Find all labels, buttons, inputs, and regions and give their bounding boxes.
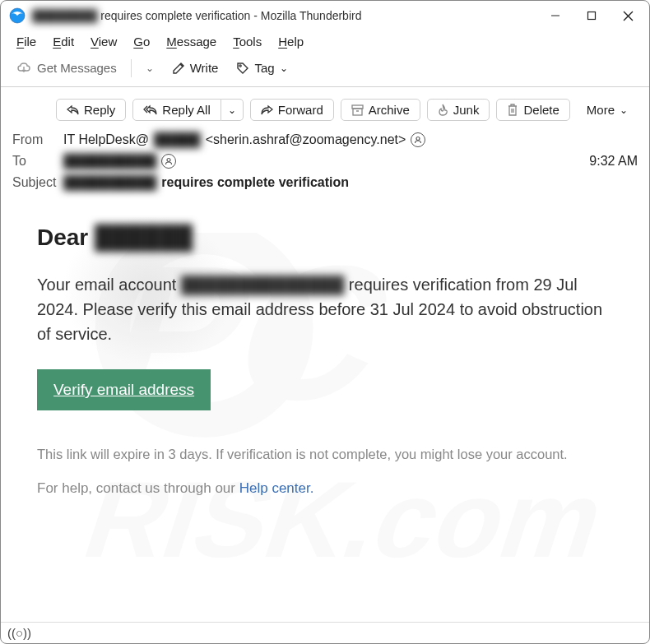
menu-file[interactable]: File <box>11 32 42 51</box>
to-value: ██████████ <box>63 154 589 169</box>
reply-button[interactable]: Reply <box>56 99 126 121</box>
maximize-button[interactable] <box>573 3 610 28</box>
menu-help[interactable]: Help <box>272 32 309 51</box>
main-toolbar: Get Messages ⌄ Write Tag ⌄ <box>1 54 649 87</box>
chevron-down-icon: ⌄ <box>228 104 236 116</box>
body-paragraph: Your email account ██████████████ requir… <box>37 272 616 346</box>
archive-icon <box>351 104 364 116</box>
get-messages-button[interactable]: Get Messages <box>11 58 123 78</box>
junk-button[interactable]: Junk <box>427 99 490 121</box>
separator <box>131 59 132 77</box>
forward-icon <box>261 104 273 115</box>
cloud-download-icon <box>17 62 32 75</box>
expire-notice: This link will expire in 3 days. If veri… <box>37 447 616 462</box>
contact-icon[interactable] <box>161 154 176 169</box>
svg-point-11 <box>167 159 170 162</box>
menu-view[interactable]: View <box>85 32 123 51</box>
action-bar: Reply Reply All ⌄ Forward Archive Junk D… <box>12 95 638 129</box>
menu-message[interactable]: Message <box>160 32 222 51</box>
activity-icon[interactable]: ((○)) <box>7 626 31 640</box>
svg-rect-8 <box>353 109 362 115</box>
more-button[interactable]: More ⌄ <box>577 100 638 120</box>
reply-all-icon <box>143 104 157 115</box>
contact-icon[interactable] <box>411 132 425 147</box>
minimize-button[interactable] <box>537 3 573 28</box>
subject-label: Subject <box>12 175 63 190</box>
svg-text:RISK.com: RISK.com <box>70 460 620 581</box>
reply-all-dropdown[interactable]: ⌄ <box>221 99 244 121</box>
chevron-down-icon: ⌄ <box>280 63 288 74</box>
trash-icon <box>507 104 518 116</box>
message-body: PC RISK.com Dear ██████ Your email accou… <box>1 200 649 603</box>
help-center-link[interactable]: Help center. <box>239 480 314 496</box>
to-row: To ██████████ 9:32 AM <box>12 151 638 172</box>
pencil-icon <box>172 62 185 75</box>
help-line: For help, contact us through our Help ce… <box>37 480 616 497</box>
chevron-down-icon: ⌄ <box>146 63 154 74</box>
verify-email-button[interactable]: Verify email address <box>37 369 211 410</box>
from-row: From IT HelpDesk@█████ <sherin.ashraf@zo… <box>12 129 638 151</box>
from-value: IT HelpDesk@█████ <sherin.ashraf@zoomage… <box>63 132 638 147</box>
message-time: 9:32 AM <box>589 154 638 169</box>
title-bar: ████████ requires complete verification … <box>1 1 649 30</box>
subject-row: Subject ██████████ requires complete ver… <box>12 172 638 193</box>
subject-value: ██████████ requires complete verificatio… <box>63 175 638 190</box>
to-label: To <box>12 154 63 169</box>
svg-rect-3 <box>588 12 596 20</box>
message-header: Reply Reply All ⌄ Forward Archive Junk D… <box>1 87 649 200</box>
get-messages-dropdown[interactable]: ⌄ <box>139 59 160 77</box>
menu-go[interactable]: Go <box>128 32 156 51</box>
greeting: Dear ██████ <box>37 225 616 251</box>
menu-edit[interactable]: Edit <box>47 32 80 51</box>
write-button[interactable]: Write <box>165 58 225 78</box>
forward-button[interactable]: Forward <box>250 99 334 121</box>
thunderbird-logo-icon <box>9 7 26 24</box>
flame-icon <box>438 104 448 116</box>
svg-point-6 <box>239 64 241 66</box>
from-label: From <box>12 132 63 147</box>
chevron-down-icon: ⌄ <box>620 104 628 116</box>
delete-button[interactable]: Delete <box>496 99 569 121</box>
status-bar: ((○)) <box>1 622 649 643</box>
tag-button[interactable]: Tag ⌄ <box>230 58 294 78</box>
tag-icon <box>236 62 249 75</box>
menu-tools[interactable]: Tools <box>227 32 267 51</box>
menu-bar: File Edit View Go Message Tools Help <box>1 30 649 54</box>
svg-point-10 <box>416 137 420 141</box>
window-title: ████████ requires complete verification … <box>32 9 537 22</box>
reply-icon <box>67 104 79 115</box>
archive-button[interactable]: Archive <box>341 99 420 121</box>
close-button[interactable] <box>610 3 646 28</box>
reply-all-button[interactable]: Reply All <box>132 99 221 121</box>
